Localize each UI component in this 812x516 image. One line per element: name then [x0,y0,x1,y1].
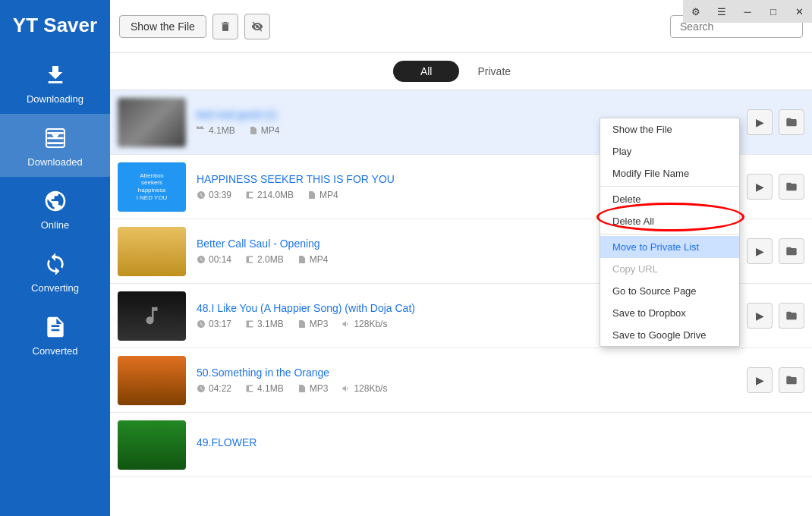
item-format-2: MP4 [307,190,338,200]
thumbnail-1 [118,98,186,147]
item-size-4: 3.1MB [245,319,284,329]
sidebar-label-converting: Converting [31,282,79,294]
item-format-1: MP4 [249,125,280,136]
item-duration-2: 03:39 [197,190,231,200]
item-info-6: 49.FLOWER [197,436,797,453]
item-size-5: 4.1MB [245,383,284,394]
close-button[interactable]: ✕ [786,0,812,23]
thumbnail-3 [118,227,186,276]
item-actions-1: ▶ [747,109,804,135]
item-duration-3: 00:14 [197,254,231,265]
ctx-save-dropbox[interactable]: Save to Dropbox [600,302,739,324]
online-icon [40,186,71,216]
item-title-5: 50.Something in the Orange [197,367,739,379]
tabs-bar: All Private [110,53,812,90]
item-format-4: MP3 [297,319,329,329]
tab-private[interactable]: Private [459,61,529,82]
ctx-delete-all[interactable]: Delete All [600,210,739,232]
thumbnail-6 [118,420,186,470]
play-button-2[interactable]: ▶ [747,174,773,200]
gear-button[interactable]: ⚙ [683,0,709,23]
main-content: ⚙ ☰ ─ □ ✕ Show the File All Private ked … [110,0,812,516]
folder-button-2[interactable] [779,174,804,200]
maximize-button[interactable]: □ [760,0,786,23]
context-menu: Show the File Play Modify File Name Dele… [600,118,740,347]
sidebar-item-converting[interactable]: Converting [0,240,110,303]
item-size-2: 214.0MB [245,190,294,200]
ctx-play[interactable]: Play [600,140,739,162]
ctx-separator-2 [600,234,739,234]
ctx-copy-url[interactable]: Copy URL [600,258,739,280]
folder-button-4[interactable] [779,303,804,329]
item-size-1: 4.1MB [197,125,235,136]
thumbnail-2: AttentionseekershappinessI NED YOU [118,162,186,212]
item-title-6: 49.FLOWER [197,436,797,448]
ctx-move-private[interactable]: Move to Private List [600,236,739,258]
sidebar-label-online: Online [41,219,70,231]
item-actions-5: ▶ [747,367,804,393]
sidebar-label-converted: Converted [33,345,78,357]
item-bitrate-4: 128Kb/s [341,319,387,329]
sidebar-label-downloading: Downloading [27,93,83,105]
delete-button[interactable] [212,14,238,39]
ctx-save-gdrive[interactable]: Save to Google Drive [600,324,739,346]
minimize-button[interactable]: ─ [735,0,760,23]
sidebar-item-online[interactable]: Online [0,177,110,240]
play-button-4[interactable]: ▶ [747,303,773,329]
app-title: YT Saver [0,0,110,51]
window-controls: ⚙ ☰ ─ □ ✕ [683,0,812,23]
ctx-delete[interactable]: Delete [600,188,739,210]
ctx-modify-name[interactable]: Modify File Name [600,162,739,184]
sidebar-label-downloaded: Downloaded [27,156,82,168]
converted-icon [40,312,71,342]
thumbnail-4 [118,291,186,341]
item-format-3: MP4 [297,254,329,265]
ctx-show-file[interactable]: Show the File [600,118,739,140]
item-format-5: MP3 [297,383,329,394]
downloading-icon [40,60,71,90]
thumbnail-5 [118,356,186,405]
sidebar: YT Saver Downloading Downloaded Online C… [0,0,110,516]
item-duration-4: 03:17 [197,319,231,329]
tab-all[interactable]: All [393,61,460,82]
item-actions-2: ▶ [747,174,804,200]
ctx-go-source[interactable]: Go to Source Page [600,280,739,302]
ctx-separator-1 [600,186,739,187]
item-actions-4: ▶ [747,303,804,329]
item-duration-5: 04:22 [197,383,231,394]
settings-toggle-button[interactable] [244,14,270,39]
item-info-5: 50.Something in the Orange 04:22 4.1MB M… [197,367,739,394]
folder-button-5[interactable] [779,367,804,393]
play-button-5[interactable]: ▶ [747,367,773,393]
item-meta-5: 04:22 4.1MB MP3 128Kb/s [197,383,739,394]
folder-button-1[interactable] [779,109,804,135]
downloaded-icon [40,123,71,153]
play-button-3[interactable]: ▶ [747,238,773,264]
list-item: 50.Something in the Orange 04:22 4.1MB M… [110,348,812,413]
sidebar-item-downloaded[interactable]: Downloaded [0,114,110,177]
item-actions-3: ▶ [747,238,804,264]
item-size-3: 2.0MB [245,254,284,265]
item-bitrate-5: 128Kb/s [341,383,387,394]
converting-icon [40,249,71,279]
sidebar-item-downloading[interactable]: Downloading [0,51,110,114]
play-button-1[interactable]: ▶ [747,109,773,135]
folder-button-3[interactable] [779,238,804,264]
list-item: 49.FLOWER [110,413,812,477]
hamburger-button[interactable]: ☰ [709,0,735,23]
show-file-button[interactable]: Show the File [119,15,206,38]
sidebar-item-converted[interactable]: Converted [0,303,110,366]
